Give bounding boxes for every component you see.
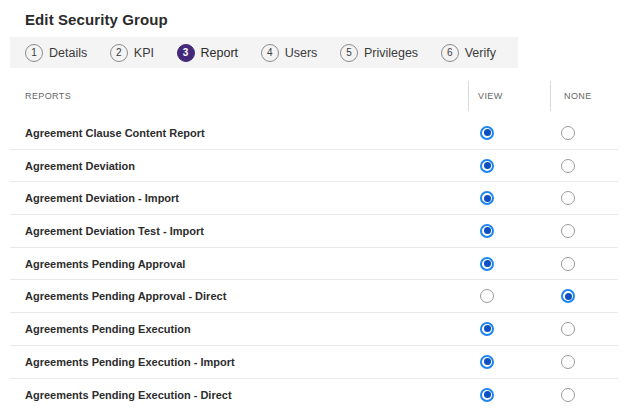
view-radio-cell <box>468 224 550 238</box>
view-radio-cell <box>468 159 550 173</box>
column-header-none: NONE <box>550 81 618 111</box>
none-radio-button[interactable] <box>561 191 575 205</box>
wizard-step-users[interactable]: 4 Users <box>261 44 318 62</box>
table-header-row: REPORTS VIEW NONE <box>10 81 618 111</box>
view-radio-cell <box>468 191 550 205</box>
report-name-label: Agreement Deviation - Import <box>10 192 468 204</box>
view-radio-cell <box>468 289 550 303</box>
report-row: Agreements Pending Execution - Direct <box>10 379 618 412</box>
none-radio-cell <box>550 257 618 271</box>
view-radio-cell <box>468 388 550 402</box>
report-row: Agreement Deviation <box>10 150 618 183</box>
none-radio-button[interactable] <box>561 322 575 336</box>
report-name-label: Agreement Deviation Test - Import <box>10 225 468 237</box>
report-row: Agreements Pending Execution <box>10 313 618 346</box>
report-row: Agreements Pending Approval <box>10 248 618 281</box>
step-number-badge: 1 <box>25 44 43 62</box>
step-label: Users <box>285 46 318 60</box>
report-row: Agreement Deviation - Import <box>10 182 618 215</box>
none-radio-button[interactable] <box>561 224 575 238</box>
step-number-badge: 5 <box>340 44 358 62</box>
wizard-step-kpi[interactable]: 2 KPI <box>110 44 154 62</box>
view-radio-button[interactable] <box>480 289 494 303</box>
table-body: Agreement Clause Content Report Agreemen… <box>10 117 618 411</box>
view-radio-button[interactable] <box>480 322 494 336</box>
step-label: Privileges <box>364 46 418 60</box>
none-radio-button[interactable] <box>561 126 575 140</box>
view-radio-cell <box>468 355 550 369</box>
view-radio-button[interactable] <box>480 257 494 271</box>
step-number-badge: 4 <box>261 44 279 62</box>
report-name-label: Agreements Pending Execution - Direct <box>10 389 468 401</box>
step-label: Verify <box>465 46 496 60</box>
report-name-label: Agreements Pending Approval - Direct <box>10 290 468 302</box>
wizard-step-details[interactable]: 1 Details <box>25 44 87 62</box>
edit-security-group-page: Edit Security Group 1 Details 2 KPI 3 Re… <box>0 0 624 417</box>
column-header-view: VIEW <box>468 81 550 111</box>
report-name-label: Agreements Pending Approval <box>10 258 468 270</box>
view-radio-cell <box>468 322 550 336</box>
none-radio-cell <box>550 388 618 402</box>
report-name-label: Agreements Pending Execution <box>10 323 468 335</box>
report-name-label: Agreements Pending Execution - Import <box>10 356 468 368</box>
none-radio-cell <box>550 355 618 369</box>
step-label: KPI <box>134 46 154 60</box>
view-radio-cell <box>468 126 550 140</box>
none-radio-button[interactable] <box>561 388 575 402</box>
none-radio-button[interactable] <box>561 257 575 271</box>
page-title: Edit Security Group <box>25 11 624 28</box>
none-radio-cell <box>550 322 618 336</box>
wizard-step-verify[interactable]: 6 Verify <box>441 44 496 62</box>
view-radio-button[interactable] <box>480 126 494 140</box>
wizard-step-report[interactable]: 3 Report <box>177 44 239 62</box>
none-radio-cell <box>550 191 618 205</box>
report-row: Agreements Pending Approval - Direct <box>10 280 618 313</box>
view-radio-button[interactable] <box>480 355 494 369</box>
none-radio-cell <box>550 289 618 303</box>
view-radio-button[interactable] <box>480 388 494 402</box>
reports-permissions-table: REPORTS VIEW NONE Agreement Clause Conte… <box>10 81 618 411</box>
view-radio-button[interactable] <box>480 224 494 238</box>
step-number-badge: 6 <box>441 44 459 62</box>
none-radio-button[interactable] <box>561 289 575 303</box>
view-radio-cell <box>468 257 550 271</box>
none-radio-cell <box>550 224 618 238</box>
step-label: Details <box>49 46 87 60</box>
none-radio-cell <box>550 126 618 140</box>
wizard-step-privileges[interactable]: 5 Privileges <box>340 44 418 62</box>
wizard-stepbar: 1 Details 2 KPI 3 Report 4 Users 5 Privi… <box>10 37 518 68</box>
report-name-label: Agreement Clause Content Report <box>10 127 468 139</box>
report-name-label: Agreement Deviation <box>10 160 468 172</box>
report-row: Agreement Deviation Test - Import <box>10 215 618 248</box>
column-header-reports: REPORTS <box>10 81 468 111</box>
none-radio-button[interactable] <box>561 159 575 173</box>
step-label: Report <box>201 46 239 60</box>
view-radio-button[interactable] <box>480 159 494 173</box>
report-row: Agreement Clause Content Report <box>10 117 618 150</box>
none-radio-cell <box>550 159 618 173</box>
view-radio-button[interactable] <box>480 191 494 205</box>
step-number-badge: 3 <box>177 44 195 62</box>
step-number-badge: 2 <box>110 44 128 62</box>
report-row: Agreements Pending Execution - Import <box>10 346 618 379</box>
none-radio-button[interactable] <box>561 355 575 369</box>
